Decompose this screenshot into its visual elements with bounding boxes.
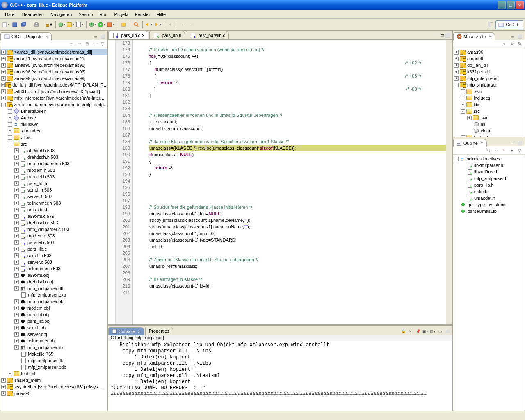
- tree-item[interactable]: Makefile 765: [0, 351, 107, 357]
- save-button[interactable]: [11, 21, 19, 29]
- tree-item[interactable]: +⬢modem.obj: [0, 305, 107, 311]
- source-editor[interactable]: 1731741751761771781791801811821831841851…: [108, 40, 452, 324]
- close-icon[interactable]: ×: [138, 329, 140, 334]
- code-line[interactable]: [149, 99, 446, 105]
- editor-tab[interactable]: test_parslib.c: [186, 31, 229, 39]
- menu-fenster[interactable]: Fenster: [132, 11, 153, 18]
- collapse-all-icon[interactable]: ⊟: [84, 41, 90, 47]
- outline-tree[interactable]: -➲include directiveslibxml/parser.hlibxm…: [453, 155, 525, 411]
- fwd-nav-icon[interactable]: ⇨: [76, 41, 82, 47]
- tree-item[interactable]: +pars_lib.c: [0, 246, 107, 252]
- code-line[interactable]: /* ID eintragen in Klasse */: [149, 276, 446, 283]
- tree-item[interactable]: -src: [0, 141, 107, 147]
- expander-icon[interactable]: +: [14, 345, 19, 350]
- tree-item[interactable]: +⬢pars_lib.obj: [0, 318, 107, 324]
- code-line[interactable]: }: [149, 171, 446, 178]
- tree-item[interactable]: +⬢parallel.obj: [0, 311, 107, 318]
- tree-item[interactable]: +a99xml.h 503: [0, 147, 107, 154]
- back-button[interactable]: ←: [179, 21, 187, 29]
- code-line[interactable]: [149, 197, 446, 204]
- expander-icon[interactable]: -: [461, 109, 465, 114]
- tree-item[interactable]: +.svn: [453, 88, 525, 95]
- link-editor-icon[interactable]: ⇆: [91, 41, 98, 47]
- menu-navigieren[interactable]: Navigieren: [47, 11, 75, 18]
- tree-item[interactable]: libxml/tree.h: [453, 169, 525, 175]
- new-button[interactable]: ▼: [2, 21, 10, 29]
- tree-item[interactable]: +umasdat.h: [0, 206, 107, 213]
- expander-icon[interactable]: +: [454, 76, 459, 81]
- expander-icon[interactable]: +: [14, 313, 19, 317]
- menu-bearbeiten[interactable]: Bearbeiten: [19, 11, 47, 18]
- tree-item[interactable]: +⬢mfp_xmlparser.obj: [0, 298, 107, 305]
- tree-item[interactable]: +seriell.c 503: [0, 252, 107, 259]
- expander-icon[interactable]: +: [14, 162, 19, 166]
- tree-item[interactable]: +mfp_interpreter: [453, 75, 525, 82]
- expander-icon[interactable]: +: [14, 155, 19, 160]
- next-annotation-button[interactable]: ▼: [154, 21, 162, 29]
- tree-item[interactable]: umasdat.h: [453, 195, 525, 201]
- tree-item[interactable]: +⬢server.obj: [0, 331, 107, 338]
- tree-item[interactable]: +modem.c 503: [0, 233, 107, 239]
- expander-icon[interactable]: +: [14, 148, 19, 153]
- tree-item[interactable]: +pars_lib.h: [0, 180, 107, 187]
- expander-icon[interactable]: +: [14, 286, 19, 291]
- minimize-view-icon[interactable]: ▭: [509, 140, 516, 146]
- code-line[interactable]: ++classcount;: [149, 119, 446, 125]
- expander-icon[interactable]: +: [8, 109, 12, 114]
- expander-icon[interactable]: +: [8, 129, 12, 133]
- tree-item[interactable]: +amas95 [svn://archimedes/amas95]: [0, 62, 107, 68]
- menu-run[interactable]: Run: [96, 11, 111, 18]
- minimize-button[interactable]: _: [498, 1, 506, 9]
- tree-item[interactable]: +>systreiber [svn://archimedes/it831pci/…: [0, 383, 107, 390]
- back-nav-icon[interactable]: ⇦: [68, 41, 75, 47]
- maximize-view-icon[interactable]: ⬜: [99, 33, 106, 40]
- maximize-button[interactable]: □: [507, 1, 515, 9]
- tree-item[interactable]: +>includes: [0, 128, 107, 134]
- tree-item[interactable]: -src: [453, 108, 525, 114]
- tree-item[interactable]: +dp_lan_dll [svn://archimedes/MFP_DPLAN_…: [0, 82, 107, 88]
- tree-item[interactable]: +parallel.c 503: [0, 239, 107, 246]
- expander-icon[interactable]: +: [14, 181, 19, 186]
- code-line[interactable]: [149, 40, 446, 46]
- expander-icon[interactable]: +: [14, 332, 19, 337]
- code-line[interactable]: /* Pruefen, ob ID schon vergeben (wenn j…: [149, 46, 446, 53]
- expander-icon[interactable]: +: [461, 96, 465, 100]
- tree-item[interactable]: +includes: [453, 95, 525, 101]
- tree-item[interactable]: +server.c 503: [0, 259, 107, 265]
- code-line[interactable]: umasclass[classcount-1].num=0;: [149, 230, 446, 237]
- open-type-button[interactable]: [119, 21, 128, 29]
- code-line[interactable]: return -8;: [149, 164, 446, 171]
- view-menu-icon[interactable]: ▽: [99, 41, 106, 47]
- code-line[interactable]: [149, 178, 446, 184]
- menu-hilfe[interactable]: Hilfe: [153, 11, 169, 18]
- home-icon[interactable]: ⌂: [501, 41, 507, 47]
- tree-item[interactable]: +▧mfp_xmlparser.lib: [0, 344, 107, 351]
- expander-icon[interactable]: +: [14, 247, 19, 251]
- tree-item[interactable]: +server.h 503: [0, 193, 107, 200]
- tree-item[interactable]: +>libs: [0, 134, 107, 141]
- tree-item[interactable]: +drehtisch.h 503: [0, 154, 107, 160]
- minimize-editor-icon[interactable]: ▭: [440, 32, 444, 38]
- new-folder-button[interactable]: ▼: [67, 21, 75, 29]
- code-line[interactable]: umasclass=(KLASSE *) realloc(umasclass, …: [149, 145, 446, 151]
- expander-icon[interactable]: +: [14, 168, 19, 173]
- code-line[interactable]: }/* -03 */: [149, 86, 446, 92]
- expander-icon[interactable]: +: [14, 280, 19, 284]
- refresh-icon[interactable]: ↻: [516, 41, 523, 47]
- sort-icon[interactable]: ᵃ↓: [485, 147, 492, 154]
- editor-tab[interactable]: pars_lib.h: [149, 31, 185, 39]
- tree-item[interactable]: mfp_xmlparser.ilk: [0, 357, 107, 364]
- tree-item[interactable]: +modem.h 503: [0, 167, 107, 173]
- tree-item[interactable]: +libs: [453, 101, 525, 108]
- expander-icon[interactable]: +: [14, 273, 19, 278]
- tree-item[interactable]: +amas96: [453, 49, 525, 55]
- code-line[interactable]: umaslib->num=classcount;: [149, 125, 446, 132]
- code-line[interactable]: /* Zeiger auf Klassen in umaslib-Strukur…: [149, 256, 446, 263]
- expander-icon[interactable]: +: [461, 135, 465, 137]
- clear-console-icon[interactable]: ✕: [407, 328, 414, 335]
- tree-item[interactable]: +mfp_xmlparser.c 503: [0, 226, 107, 233]
- tree-item[interactable]: -➲include directives: [453, 155, 525, 162]
- maximize-view-icon[interactable]: ⬜: [516, 140, 523, 146]
- prev-annotation-button[interactable]: ▼: [145, 21, 153, 29]
- tree-item[interactable]: parseUmasLib: [453, 208, 525, 215]
